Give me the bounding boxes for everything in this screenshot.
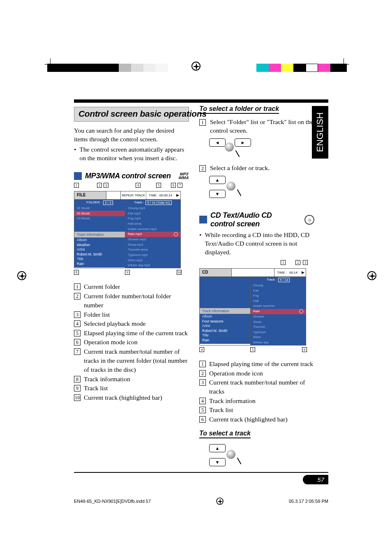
track-count: 5 / 14 [278, 278, 290, 282]
up-arrow-button[interactable]: ▲ [209, 176, 226, 184]
section-heading-mp3: MP3/WMA control screen [85, 172, 171, 180]
legend-list-cd: 1Elapsed playing time of the current tra… [199, 359, 314, 424]
bullet-icon: • [74, 145, 76, 163]
right-color-bars [256, 64, 347, 72]
left-right-buttons: ◄ ► [209, 138, 314, 157]
cd-note-text: While recording a CD into the HDD, CD Te… [205, 231, 314, 257]
language-tab: ENGLISH [312, 106, 328, 159]
registration-mark-icon [191, 62, 201, 72]
step1-text: Select "Folder" list or "Track" list on … [210, 118, 314, 135]
track-list: Cloudy Fair Fog Hail Indian summer Rain … [251, 283, 306, 345]
up-down-buttons: ▲ ▼ [209, 176, 314, 200]
crop-mark-icon [44, 58, 56, 70]
registration-mark-icon [216, 497, 224, 505]
track-label: Track : [134, 200, 144, 205]
folder-list-empty [200, 282, 250, 308]
folder-count: 2 / 3 [103, 200, 113, 205]
page-number: 57 [303, 475, 328, 484]
diag-file-label: FILE [74, 191, 106, 199]
down-arrow-button[interactable]: ▼ [209, 190, 226, 198]
diagram-callout-row-bottom: 8 9 10 [74, 270, 189, 277]
section-marker-icon [199, 216, 207, 223]
diag-time-value: 00:14 [289, 269, 300, 276]
press-cursor-icon [225, 143, 234, 152]
folder-label: FOLDER : [86, 200, 101, 205]
legend-list-mp3: 1Current folder 2Current folder number/t… [74, 282, 189, 402]
track-label: Track : [267, 278, 277, 282]
down-arrow-button[interactable]: ▼ [209, 458, 226, 466]
registration-mark-icon [367, 271, 376, 280]
diag-repeat-label: REPEAT TRACK [121, 191, 146, 199]
track-count: 5 / 14 (Total 41) [145, 200, 172, 205]
step2-text: Select a folder or track. [210, 164, 270, 173]
footer-right: 05.3.17 2:05:59 PM [289, 499, 328, 504]
heading-select-folder-track: To select a folder or track [199, 105, 279, 114]
track-info: AlbumWeather ArtistRobert M. Smith Title… [74, 237, 125, 267]
cd-diagram-callout-row-bottom: 4 5 6 [199, 347, 314, 355]
diag-time-label: TIME : [274, 269, 289, 276]
left-arrow-button[interactable]: ◄ [209, 138, 226, 147]
footer-left: EN48-65_KD-NX901[E]DVDfb.indd 57 [74, 499, 151, 504]
cd-diagram-callout-row-top: 1 2 3 [199, 260, 314, 267]
diagram-callout-row-top: 1 2 3 4 5 6 7 [74, 183, 189, 190]
intro-bullet-text: The control screen automatically appears… [79, 145, 189, 163]
track-list: Cloudy.mp3 Fair.mp3 Fog.mp3 Hail.wma Ind… [125, 206, 180, 268]
step-number: 1 [199, 119, 206, 126]
diag-cd-label: CD [200, 269, 232, 276]
heading-select-track: To select a track [199, 430, 251, 438]
top-rule [74, 99, 328, 103]
registration-mark-icon [17, 271, 26, 280]
print-footer: EN48-65_KD-NX901[E]DVDfb.indd 57 05.3.17… [74, 497, 328, 506]
mp3-control-screen-diagram: FILE REPEAT TRACK TIME : 00:00:14 ▶ FOLD… [74, 191, 181, 269]
track-info-head: Track Information [74, 232, 125, 237]
bottom-rule [74, 472, 328, 473]
play-icon: ▶ [300, 269, 306, 276]
intro-bullet: • The control screen automatically appea… [74, 145, 189, 163]
crop-mark-icon [338, 58, 349, 70]
mp3-wma-icon: MP3WMA [178, 172, 190, 180]
press-cursor-icon [226, 182, 235, 191]
press-cursor-icon [226, 450, 235, 459]
page-title: Control screen basic operations [74, 107, 189, 122]
track-info-head: Track Information [200, 308, 250, 314]
print-registration-strip [0, 64, 392, 80]
section-heading-cd: CD Text/Audio CD control screen [210, 211, 293, 228]
left-color-bars [47, 64, 168, 72]
cd-icon [304, 215, 314, 225]
up-down-buttons: ▲ ▼ [209, 444, 314, 469]
bullet-icon: • [199, 231, 201, 257]
folder-list: 01 Music 02 Music 03 Music [74, 206, 125, 232]
diag-time: TIME : 00:00:14 [146, 191, 175, 199]
track-info: AlbumFour seasons ArtistRobert M. Smith … [200, 314, 250, 344]
up-arrow-button[interactable]: ▲ [209, 444, 226, 452]
cd-control-screen-diagram: CD TIME : 00:14 ▶ Track Information Albu… [199, 268, 306, 346]
step-number: 2 [199, 165, 206, 172]
intro-text: You can search for and play the desired … [74, 127, 189, 144]
cd-note: • While recording a CD into the HDD, CD … [199, 231, 314, 257]
section-marker-icon [74, 172, 82, 180]
play-icon: ▶ [175, 191, 180, 199]
right-arrow-button[interactable]: ► [235, 138, 251, 147]
